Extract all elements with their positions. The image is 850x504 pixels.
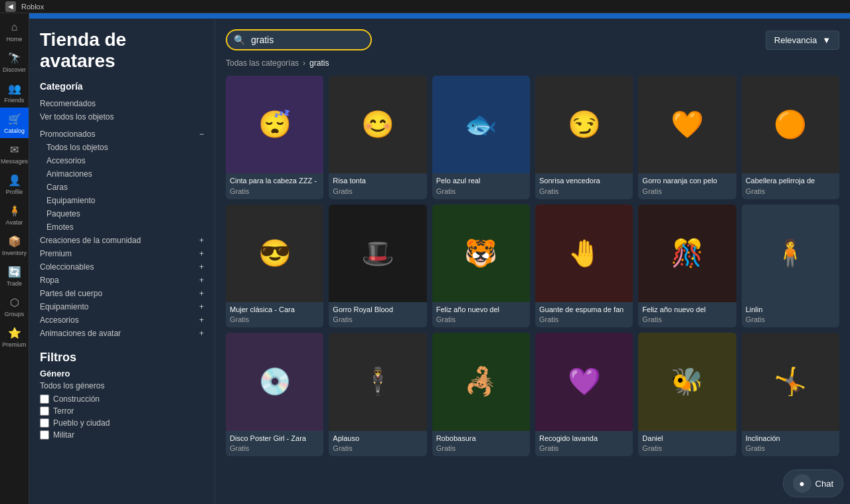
item-card[interactable]: 🎊 Feliz año nuevo del Gratis <box>638 205 736 328</box>
gender-filter-title: Género <box>40 369 204 378</box>
item-name: Cabellera pelirroja de <box>746 176 835 185</box>
category-group-community[interactable]: Creaciones de la comunidad + <box>40 234 204 247</box>
sidebar-item-profile[interactable]: 👤Profile <box>0 169 29 199</box>
item-card[interactable]: 🕴 Aplauso Gratis <box>329 333 426 456</box>
groups-icon: ⬡ <box>7 295 22 309</box>
search-bar-wrapper: 🔍 <box>226 29 372 50</box>
item-card[interactable]: 🎩 Gorro Royal Blood Gratis <box>329 205 426 328</box>
sort-chevron-icon: ▼ <box>822 35 831 45</box>
item-card[interactable]: 🦂 Robobasura Gratis <box>432 333 530 456</box>
item-info: Cinta para la cabeza ZZZ - Gratis <box>226 173 323 199</box>
item-name: Daniel <box>642 434 732 443</box>
item-card[interactable]: 🐟 Pelo azul real Gratis <box>432 76 530 199</box>
item-card[interactable]: 😊 Risa tonta Gratis <box>329 76 426 199</box>
category-group-clothing[interactable]: Ropa + <box>40 274 204 287</box>
item-card[interactable]: 🟠 Cabellera pelirroja de Gratis <box>742 76 839 199</box>
item-price: Gratis <box>642 187 732 195</box>
category-link-recommended[interactable]: Recomendados <box>40 97 204 110</box>
item-image: 💿 <box>226 333 323 430</box>
sidebar-item-catalog[interactable]: 🛒Catalog <box>0 108 29 138</box>
inventory-icon: 📦 <box>7 234 22 248</box>
sidebar-item-discover[interactable]: 🔭Discover <box>0 46 29 77</box>
sidebar-item-groups[interactable]: ⬡Groups <box>0 291 29 321</box>
item-card[interactable]: 🤸 Inclinación Gratis <box>742 333 839 456</box>
profile-icon: 👤 <box>7 173 22 187</box>
sub-link-faces[interactable]: Caras <box>46 181 204 194</box>
sidebar-item-inventory[interactable]: 📦Inventory <box>0 230 29 260</box>
sub-link-accessories[interactable]: Accesorios <box>46 154 204 167</box>
item-info: Linlin Gratis <box>742 302 839 327</box>
checkbox-pueblo[interactable] <box>40 418 49 428</box>
search-icon: 🔍 <box>234 35 245 45</box>
sidebar-item-friends[interactable]: 👥Friends <box>0 77 29 108</box>
item-price: Gratis <box>230 315 319 323</box>
sidebar-item-home[interactable]: ⌂Home <box>0 16 29 46</box>
item-name: Linlin <box>746 305 835 314</box>
item-card[interactable]: 🤚 Guante de espuma de fan Gratis <box>535 205 633 328</box>
item-card[interactable]: 😎 Mujer clásica - Cara Gratis <box>226 205 323 328</box>
category-group-collectibles[interactable]: Coleccionables + <box>40 260 204 274</box>
item-info: Cabellera pelirroja de Gratis <box>742 173 839 199</box>
sub-link-packages[interactable]: Paquetes <box>46 207 204 220</box>
sub-link-all-objects[interactable]: Todos los objetos <box>46 141 204 154</box>
breadcrumb-all-categories[interactable]: Todas las categorías <box>226 58 299 68</box>
messages-icon: ✉ <box>7 142 22 157</box>
item-card[interactable]: 💜 Recogido lavanda Gratis <box>535 333 633 456</box>
category-group-equipment2[interactable]: Equipamiento + <box>40 300 204 313</box>
item-price: Gratis <box>539 444 629 452</box>
home-icon: ⌂ <box>7 20 22 35</box>
category-group-accessories[interactable]: Accesorios + <box>40 313 204 327</box>
checkbox-militar[interactable] <box>40 430 49 440</box>
item-info: Gorro naranja con pelo Gratis <box>638 173 736 199</box>
item-card[interactable]: 🐝 Daniel Gratis <box>638 333 736 456</box>
sort-dropdown[interactable]: Relevancia ▼ <box>766 31 839 50</box>
sub-link-equipment[interactable]: Equipamiento <box>46 194 204 207</box>
sub-link-animations[interactable]: Animaciones <box>46 167 204 181</box>
sidebar-item-premium[interactable]: ⭐Premium <box>0 321 29 352</box>
category-group-promocionados[interactable]: Promocionados − <box>40 127 204 141</box>
item-price: Gratis <box>230 187 319 195</box>
back-button[interactable]: ◀ <box>5 1 16 12</box>
sidebar-item-messages[interactable]: ✉Messages <box>0 138 29 169</box>
category-group-avatar-animations[interactable]: Animaciones de avatar + <box>40 327 204 340</box>
nav-label-friends: Friends <box>4 97 24 104</box>
item-info: Feliz año nuevo del Gratis <box>638 302 736 327</box>
item-card[interactable]: 😏 Sonrisa vencedora Gratis <box>535 76 633 199</box>
filter-checkbox-construction[interactable]: Construcción <box>40 393 204 405</box>
item-info: Inclinación Gratis <box>742 431 839 456</box>
search-input[interactable] <box>226 29 372 50</box>
sidebar-item-trade[interactable]: 🔄Trade <box>0 260 29 291</box>
item-image: 🕴 <box>329 333 426 430</box>
item-price: Gratis <box>539 315 629 323</box>
nav-label-groups: Groups <box>5 311 25 317</box>
category-group-body-parts[interactable]: Partes del cuerpo + <box>40 287 204 300</box>
gender-all-option[interactable]: Todos los géneros <box>40 381 204 390</box>
filter-checkbox-pueblo[interactable]: Pueblo y ciudad <box>40 417 204 429</box>
filter-checkbox-terror[interactable]: Terror <box>40 405 204 417</box>
chat-circle-icon: ● <box>793 474 811 493</box>
sort-label: Relevancia <box>774 35 817 45</box>
nav-label-home: Home <box>6 36 22 42</box>
sidebar-item-avatar[interactable]: 🧍Avatar <box>0 199 29 230</box>
item-card[interactable]: 🧍 Linlin Gratis <box>742 205 839 328</box>
filter-checkbox-militar[interactable]: Militar <box>40 429 204 441</box>
item-card[interactable]: 💿 Disco Poster Girl - Zara Gratis <box>226 333 323 456</box>
item-card[interactable]: 🐯 Feliz año nuevo del Gratis <box>432 205 530 328</box>
item-card[interactable]: 🧡 Gorro naranja con pelo Gratis <box>638 76 736 199</box>
item-image: 🐯 <box>432 205 530 302</box>
item-image: 🤸 <box>742 333 839 430</box>
left-panel: Tienda de avatares Categoría Recomendado… <box>29 19 215 504</box>
item-info: Pelo azul real Gratis <box>432 173 530 199</box>
sub-link-emotes[interactable]: Emotes <box>46 220 204 234</box>
category-group-premium[interactable]: Premium + <box>40 247 204 260</box>
category-link-all-objects[interactable]: Ver todos los objetos <box>40 110 204 124</box>
chat-button[interactable]: ● Chat <box>783 469 843 497</box>
item-price: Gratis <box>746 187 835 195</box>
checkbox-terror[interactable] <box>40 406 49 416</box>
filter-section: Filtros Género Todos los géneros Constru… <box>40 351 204 441</box>
item-name: Gorro Royal Blood <box>333 305 422 314</box>
item-card[interactable]: 😴 Cinta para la cabeza ZZZ - Gratis <box>226 76 323 199</box>
item-info: Mujer clásica - Cara Gratis <box>226 302 323 327</box>
item-name: Feliz año nuevo del <box>436 305 526 314</box>
checkbox-construction[interactable] <box>40 394 49 404</box>
